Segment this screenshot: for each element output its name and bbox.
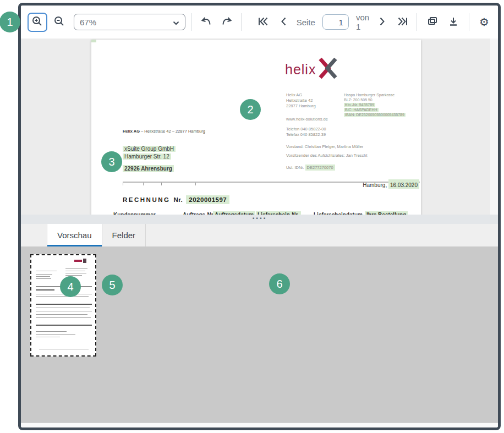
chevron-right-icon — [379, 17, 386, 28]
fold-tick — [161, 183, 162, 185]
page-total-label: von 1 — [356, 13, 369, 31]
annotation-badge-4: 4 — [60, 276, 81, 297]
first-page-button[interactable] — [255, 15, 270, 30]
tab-felder[interactable]: Felder — [102, 224, 146, 246]
tab-label: Felder — [112, 231, 136, 240]
annotation-badge-3: 3 — [101, 151, 122, 172]
previous-page-button[interactable] — [277, 15, 289, 30]
field-highlight-vat-id[interactable]: DE277270070 — [305, 165, 335, 171]
info-field-kundennummer: Kundennummer 499761 — [112, 209, 157, 215]
download-button[interactable] — [446, 14, 461, 30]
field-highlight-recipient-street[interactable]: Hamburger Str. 12 — [123, 154, 171, 160]
redo-button[interactable] — [218, 14, 235, 30]
zoom-level-value: 67% — [80, 18, 96, 27]
zoom-out-button[interactable] — [51, 13, 68, 31]
redo-icon — [221, 17, 233, 28]
sender-line: Helix AG – Helixstraße 42 – 22877 Hambur… — [123, 129, 205, 134]
field-highlight-recipient-name[interactable]: xSuite Group GmbH — [123, 146, 176, 152]
document-viewer[interactable]: helix Helix AG Helixstraße 42 22877 Hamb… — [21, 39, 498, 215]
field-highlight-invoice-date[interactable]: 16.03.2020 — [388, 179, 419, 189]
annotation-badge-5: 5 — [102, 275, 123, 295]
letterhead-vat: Ust. IDNr. DE277270070 — [286, 165, 335, 171]
helix-logo-x-icon — [319, 56, 337, 83]
field-highlight-recipient-city[interactable]: 22926 Ahrensburg — [123, 165, 174, 172]
annotation-badge-1: 1 — [0, 12, 20, 32]
toolbar: 67% — [21, 6, 498, 39]
recipient-address: xSuite Group GmbH Hamburger Str. 12 2292… — [123, 145, 176, 173]
field-highlight-account-number[interactable]: Kto.-Nr. 5435789 — [344, 103, 375, 107]
download-icon — [448, 17, 459, 28]
page-number-input[interactable] — [322, 14, 349, 30]
screenshot-canvas: 67% — [0, 0, 504, 433]
thumbnail-logo-x — [83, 259, 86, 263]
chevron-left-icon — [280, 17, 287, 28]
copy-pages-button[interactable] — [425, 14, 440, 30]
page-navigation: Seite von 1 — [255, 13, 410, 31]
document-viewer-window: 67% — [18, 3, 501, 430]
toolbar-right-group: ⚙ — [414, 13, 491, 31]
info-field-auftragsdatum: Auftragsdatum 10.01.2020 — [213, 209, 255, 215]
zoom-in-button[interactable] — [28, 13, 47, 32]
letterhead-website: www.helix-solutions.de — [286, 117, 328, 122]
fold-tick — [123, 183, 123, 185]
invoice-page: helix Helix AG Helixstraße 42 22877 Hamb… — [91, 40, 421, 215]
vertical-scrollbar[interactable] — [490, 39, 498, 215]
letterhead-board: Vorstand: Christian Pleiger, Martina Mül… — [286, 144, 363, 150]
toolbar-divider — [191, 13, 192, 31]
invoice-title-line: RECHNUNGNr.2020001597 — [123, 196, 229, 203]
toolbar-divider — [241, 13, 242, 31]
settings-button[interactable]: ⚙ — [477, 14, 491, 30]
info-field-auftrags-nr: Auftrags-Nr. 559318 — [181, 209, 216, 215]
page-label: Seite — [297, 18, 315, 27]
thumbnail-logo — [74, 260, 82, 262]
info-field-ihre-bestellung: Ihre Bestellung 4500000089 — [365, 209, 408, 215]
bottom-tabs: Vorschau Felder — [21, 224, 498, 246]
letterhead-chairman: Vorsitzender des Aufsichtsrates: Jan Tre… — [286, 153, 368, 158]
field-highlight-bic[interactable]: BIC: HASPADEHH — [344, 108, 379, 112]
fold-tick — [195, 183, 196, 185]
letterhead-bank: Haspa Hamburger Sparkasse BLZ: 200 505 5… — [344, 92, 406, 117]
tab-vorschau[interactable]: Vorschau — [47, 224, 102, 246]
undo-button[interactable] — [198, 14, 215, 30]
undo-icon — [200, 17, 212, 28]
toolbar-divider — [417, 13, 417, 31]
panel-splitter[interactable]: ···· — [21, 215, 498, 224]
annotation-badge-6: 6 — [269, 273, 290, 294]
zoom-in-icon — [31, 15, 43, 29]
first-page-icon — [258, 17, 268, 28]
last-page-icon — [398, 17, 408, 28]
page-corner-highlight — [91, 40, 96, 42]
toolbar-divider — [469, 13, 469, 31]
zoom-out-icon — [53, 15, 65, 29]
helix-logo-text: helix — [285, 62, 316, 78]
fold-tick — [143, 183, 144, 185]
info-field-lieferscheindatum: Lieferscheindatum 20.01.2020 — [312, 209, 364, 215]
field-highlight-invoice-number[interactable]: 2020001597 — [186, 195, 229, 204]
thumbnail-panel — [21, 246, 498, 423]
horizontal-scrollbar[interactable] — [21, 423, 498, 427]
letterhead-address: Helix AG Helixstraße 42 22877 Hamburg — [286, 92, 316, 109]
last-page-button[interactable] — [396, 15, 410, 30]
chevron-down-icon — [173, 18, 179, 27]
letterhead-phones: Telefon 040 85822-00 Telefax 040 85822-3… — [286, 127, 326, 138]
tab-label: Vorschau — [57, 231, 92, 240]
thumbnail-page-1[interactable] — [30, 254, 96, 357]
helix-logo: helix — [285, 56, 337, 83]
annotation-badge-2: 2 — [240, 99, 261, 120]
info-field-lieferschein-nr: Lieferschein-Nr. 761749 — [256, 209, 301, 215]
field-highlight-iban[interactable]: IBAN: DE23200505500005435789 — [344, 113, 406, 117]
next-page-button[interactable] — [376, 15, 388, 30]
city-date-line: Hamburg, 16.03.2020 — [363, 179, 419, 189]
stacked-pages-icon — [427, 17, 438, 28]
zoom-level-select[interactable]: 67% — [74, 14, 185, 30]
gear-icon: ⚙ — [479, 17, 489, 28]
